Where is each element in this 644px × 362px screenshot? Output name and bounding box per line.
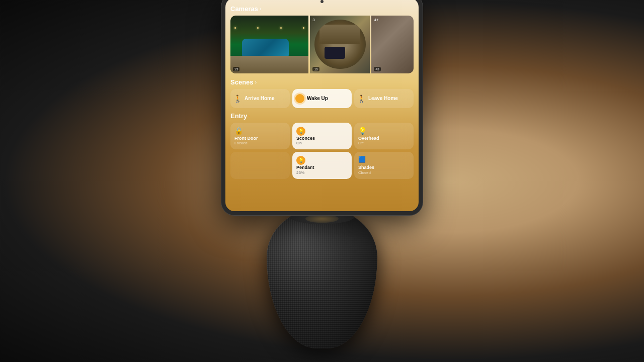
sconces-icon-char: 💡	[298, 129, 304, 134]
sun-icon	[295, 94, 304, 103]
front-door-title: Front Door	[234, 136, 286, 141]
overhead-text: Overhead Off	[358, 136, 410, 146]
scene-arrive-button[interactable]: 🚶 Arrive Home	[230, 89, 290, 108]
pool-visual	[230, 16, 308, 73]
camera-fisheye[interactable]: 3 1s	[310, 16, 370, 73]
arrive-label: Arrive Home	[245, 96, 274, 101]
device-wrapper: Cameras ›	[221, 0, 423, 348]
front-door-text: Front Door Locked	[234, 136, 286, 146]
sconces-text: Sconces On	[296, 136, 348, 146]
entry-arrow: ›	[248, 113, 250, 119]
tile-overhead[interactable]: 💡 Overhead Off	[354, 123, 414, 150]
pendant-text: Pendant 25%	[296, 165, 348, 175]
tile-sconces[interactable]: 💡 Sconces On	[292, 123, 352, 150]
cam3-number: 4+	[374, 18, 378, 22]
camera-pool[interactable]: 2s	[230, 16, 308, 73]
tile-pendant[interactable]: 💡 Pendant 25%	[292, 152, 352, 179]
scenes-section: Scenes › 🚶 Arrive Home Wake Up	[230, 78, 414, 108]
entry-section: Entry › 🔒 Front Door Locked	[230, 112, 414, 179]
scenes-section-header[interactable]: Scenes ›	[230, 78, 414, 86]
pendant-icon: 💡	[296, 156, 305, 165]
overhead-icon: 💡	[358, 127, 410, 135]
cameras-section-header[interactable]: Cameras ›	[230, 5, 414, 13]
front-door-subtitle: Locked	[234, 141, 286, 145]
lock-icon: 🔒	[234, 127, 286, 135]
scene-buttons: 🚶 Arrive Home Wake Up 🚶 Leave Home	[230, 89, 414, 108]
scene-wakeup-button[interactable]: Wake Up	[292, 89, 352, 108]
pendant-title: Pendant	[296, 165, 348, 170]
cam2-badge: 1s	[312, 67, 319, 71]
cam1-badge: 2s	[233, 67, 239, 71]
sconces-subtitle: On	[296, 141, 348, 145]
overhead-subtitle: Off	[358, 141, 410, 145]
tile-shades[interactable]: 🟦 Shades Closed	[354, 152, 414, 179]
ipad-device: Cameras ›	[221, 0, 423, 215]
cam2-number: 3	[312, 18, 314, 22]
sconces-title: Sconces	[296, 136, 348, 141]
leave-icon: 🚶	[357, 95, 366, 103]
ipad-screen: Cameras ›	[225, 0, 419, 211]
fisheye-car	[325, 47, 345, 59]
pool-lights	[234, 27, 305, 29]
homepod-speaker	[267, 208, 377, 348]
arrive-icon: 🚶	[233, 95, 242, 103]
light-dot	[280, 27, 282, 29]
sconces-icon: 💡	[296, 127, 305, 136]
leave-label: Leave Home	[368, 96, 398, 101]
light-dot	[257, 27, 259, 29]
cameras-title: Cameras	[230, 5, 258, 13]
pendant-subtitle: 25%	[296, 170, 348, 175]
entry-grid: 🔒 Front Door Locked 💡	[230, 123, 414, 179]
shades-title: Shades	[358, 165, 410, 170]
cameras-grid: 2s 3 1s	[230, 16, 414, 73]
tile-empty	[230, 152, 290, 179]
shades-text: Shades Closed	[358, 165, 410, 175]
scenes-chevron: ›	[255, 79, 257, 85]
entry-title: Entry	[230, 112, 247, 120]
scene-leave-button[interactable]: 🚶 Leave Home	[354, 89, 414, 108]
homepod-body	[267, 208, 377, 348]
light-dot	[234, 27, 236, 29]
scenes-title: Scenes	[230, 78, 254, 86]
homepod-glow	[305, 215, 339, 223]
shades-subtitle: Closed	[358, 170, 410, 175]
tile-front-door[interactable]: 🔒 Front Door Locked	[230, 123, 290, 150]
pool-deck	[230, 56, 308, 73]
entry-section-header[interactable]: Entry ›	[230, 112, 414, 120]
cameras-chevron: ›	[260, 6, 262, 12]
mesh-pattern	[267, 208, 377, 348]
light-dot	[303, 27, 304, 29]
wakeup-label: Wake Up	[307, 96, 328, 101]
interior-visual	[371, 16, 414, 73]
shades-icon: 🟦	[358, 156, 410, 163]
fisheye-garage	[319, 25, 360, 44]
screen-content: Cameras ›	[225, 0, 419, 211]
fisheye-circle	[314, 20, 365, 69]
overhead-title: Overhead	[358, 136, 410, 141]
cam3-badge: 4s	[374, 67, 380, 71]
camera-interior[interactable]: 4+ 4s	[371, 16, 414, 73]
pendant-icon-char: 💡	[298, 158, 304, 163]
fisheye-visual	[310, 16, 370, 73]
